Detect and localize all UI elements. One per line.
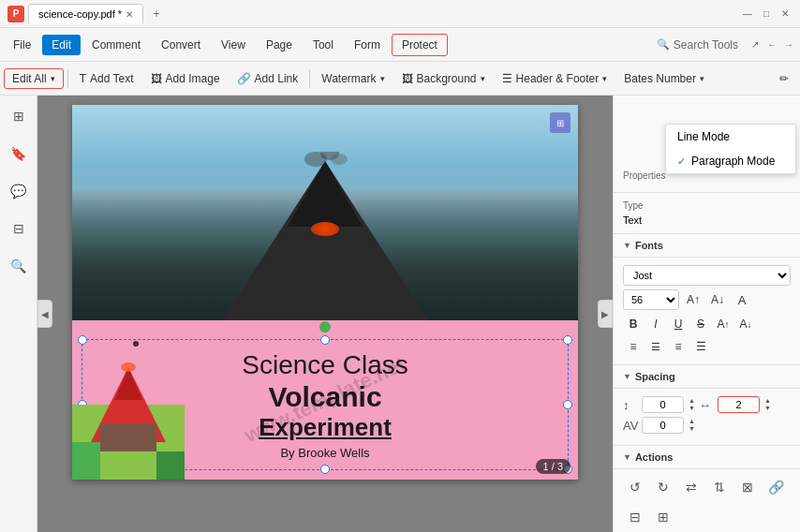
fonts-section-header[interactable]: ▼ Fonts bbox=[614, 234, 800, 258]
sidebar-comment-icon[interactable]: 💬 bbox=[6, 178, 32, 204]
bates-number-button[interactable]: Bates Number ▾ bbox=[616, 68, 712, 89]
maximize-button[interactable]: □ bbox=[759, 7, 774, 22]
sidebar-search-icon[interactable]: 🔍 bbox=[6, 253, 32, 279]
fonts-section: Jost 56 A↑ A↓ A B I U S A↑ A↓ ≡ ☰ bbox=[614, 258, 800, 365]
document-tab[interactable]: science-copy.pdf * ✕ bbox=[28, 4, 143, 23]
menu-comment[interactable]: Comment bbox=[82, 35, 150, 55]
background-button[interactable]: 🖼 Background ▾ bbox=[394, 68, 493, 89]
after-spacing-icon: AV bbox=[623, 419, 638, 433]
line-spacing-input[interactable] bbox=[642, 396, 684, 413]
watermark-button[interactable]: Watermark ▾ bbox=[314, 68, 392, 89]
subscript-button[interactable]: A↓ bbox=[735, 314, 756, 334]
link-button[interactable]: 🔗 bbox=[763, 475, 788, 499]
rotate-ccw-button[interactable]: ↺ bbox=[623, 475, 647, 499]
watermark-arrow: ▾ bbox=[380, 74, 385, 83]
char-spacing-input[interactable] bbox=[718, 396, 760, 413]
actions-section-header[interactable]: ▼ Actions bbox=[614, 446, 800, 469]
add-link-button[interactable]: 🔗 Add Link bbox=[230, 68, 306, 89]
sidebar-layers-icon[interactable]: ⊟ bbox=[6, 215, 32, 242]
align-left-button[interactable]: ≡ bbox=[623, 336, 644, 357]
align-center-button[interactable]: ☰ bbox=[645, 336, 666, 357]
paragraph-mode-label: Paragraph Mode bbox=[691, 155, 775, 168]
search-tools[interactable]: 🔍 Search Tools bbox=[649, 38, 746, 52]
collapse-right-button[interactable]: ▶ bbox=[598, 300, 613, 328]
actions-label: Actions bbox=[635, 451, 673, 463]
menu-tool[interactable]: Tool bbox=[304, 35, 343, 55]
tab-close-button[interactable]: ✕ bbox=[126, 9, 133, 20]
sidebar-pages-icon[interactable]: ⊞ bbox=[6, 103, 32, 129]
font-family-select[interactable]: Jost bbox=[623, 265, 791, 286]
line-spacing-spinner[interactable]: ▲ ▼ bbox=[689, 397, 695, 411]
brush-icon: ✏ bbox=[779, 72, 789, 85]
spacing-section: ↕ ▲ ▼ ↔ ▲ ▼ AV ▲ ▼ bbox=[614, 389, 800, 446]
sidebar-bookmark-icon[interactable]: 🔖 bbox=[6, 140, 32, 167]
close-button[interactable]: ✕ bbox=[778, 7, 793, 22]
collapse-left-button[interactable]: ◀ bbox=[37, 300, 52, 328]
align-right-button[interactable]: ≡ bbox=[668, 336, 689, 357]
svg-rect-8 bbox=[100, 423, 156, 451]
char-spacing-icon: ↔ bbox=[699, 398, 714, 412]
spacing-label: Spacing bbox=[635, 371, 675, 382]
menu-file[interactable]: File bbox=[4, 35, 40, 55]
font-color-btn[interactable]: A bbox=[732, 289, 752, 310]
mode-line[interactable]: Line Mode bbox=[666, 125, 795, 149]
toolbar-separator-1 bbox=[67, 69, 68, 88]
volcano-illustration bbox=[72, 348, 185, 480]
background-arrow: ▾ bbox=[481, 74, 485, 83]
toolbar-separator-2 bbox=[309, 69, 310, 88]
rotate-cw-button[interactable]: ↻ bbox=[651, 475, 675, 499]
flip-v-button[interactable]: ⇅ bbox=[707, 475, 732, 499]
mode-dropdown[interactable]: Line Mode ✓ Paragraph Mode bbox=[665, 124, 796, 174]
mode-paragraph[interactable]: ✓ Paragraph Mode bbox=[666, 149, 795, 173]
new-tab-button[interactable]: + bbox=[147, 5, 166, 23]
font-size-select[interactable]: 56 bbox=[623, 289, 679, 310]
menu-form[interactable]: Form bbox=[345, 35, 390, 55]
handle-top-center-resize[interactable] bbox=[320, 335, 330, 345]
bold-button[interactable]: B bbox=[623, 314, 644, 334]
superscript-button[interactable]: A↑ bbox=[713, 314, 733, 334]
share-button[interactable]: ↗ bbox=[748, 37, 763, 52]
strikethrough-button[interactable]: S bbox=[690, 314, 711, 334]
add-image-icon: 🖼 bbox=[151, 72, 162, 85]
nav-back-button[interactable]: ← bbox=[764, 37, 779, 52]
handle-middle-right[interactable] bbox=[563, 400, 572, 409]
align-justify-button[interactable]: ☰ bbox=[690, 336, 711, 357]
crop-button[interactable]: ⊠ bbox=[735, 475, 760, 499]
handle-top-left[interactable] bbox=[78, 335, 87, 345]
after-spacing-spinner[interactable]: ▲ ▼ bbox=[689, 418, 695, 432]
char-spacing-spinner[interactable]: ▲ ▼ bbox=[764, 397, 771, 411]
brush-button[interactable]: ✏ bbox=[772, 68, 796, 89]
spacing-section-header[interactable]: ▼ Spacing bbox=[614, 365, 800, 389]
page-number-badge: 1 / 3 bbox=[536, 459, 570, 474]
edit-all-button[interactable]: Edit All ▾ bbox=[4, 68, 64, 89]
decrease-font-btn[interactable]: A↓ bbox=[707, 289, 728, 310]
nav-forward-button[interactable]: → bbox=[781, 37, 796, 52]
title-bar: P science-copy.pdf * ✕ + — □ ✕ bbox=[0, 0, 800, 28]
type-label: Type bbox=[623, 200, 791, 211]
distribute-button[interactable]: ⊞ bbox=[651, 505, 675, 529]
app-icon: P bbox=[7, 6, 24, 22]
handle-top-right[interactable] bbox=[563, 335, 572, 345]
flip-h-button[interactable]: ⇄ bbox=[679, 475, 704, 499]
menu-view[interactable]: View bbox=[212, 35, 255, 55]
handle-bottom-center[interactable] bbox=[320, 465, 330, 474]
header-footer-label: Header & Footer bbox=[516, 72, 600, 85]
menu-page[interactable]: Page bbox=[257, 35, 302, 55]
after-spacing-input[interactable] bbox=[642, 417, 684, 434]
increase-font-btn[interactable]: A↑ bbox=[683, 289, 704, 310]
left-sidebar: ⊞ 🔖 💬 ⊟ 🔍 bbox=[0, 96, 37, 532]
rotate-handle[interactable] bbox=[319, 321, 331, 332]
menu-convert[interactable]: Convert bbox=[152, 35, 210, 55]
menu-edit[interactable]: Edit bbox=[42, 35, 81, 55]
add-text-button[interactable]: T Add Text bbox=[72, 68, 141, 89]
header-footer-button[interactable]: ☰ Header & Footer ▾ bbox=[495, 68, 615, 89]
add-image-button[interactable]: 🖼 Add Image bbox=[143, 68, 228, 89]
minimize-button[interactable]: — bbox=[740, 7, 755, 22]
add-link-label: Add Link bbox=[255, 72, 299, 85]
type-value: Text bbox=[623, 214, 791, 226]
italic-button[interactable]: I bbox=[645, 314, 666, 334]
align-objects-button[interactable]: ⊟ bbox=[623, 505, 647, 529]
actions-arrow-icon: ▼ bbox=[623, 452, 631, 462]
menu-protect[interactable]: Protect bbox=[392, 34, 448, 56]
underline-button[interactable]: U bbox=[668, 314, 689, 334]
